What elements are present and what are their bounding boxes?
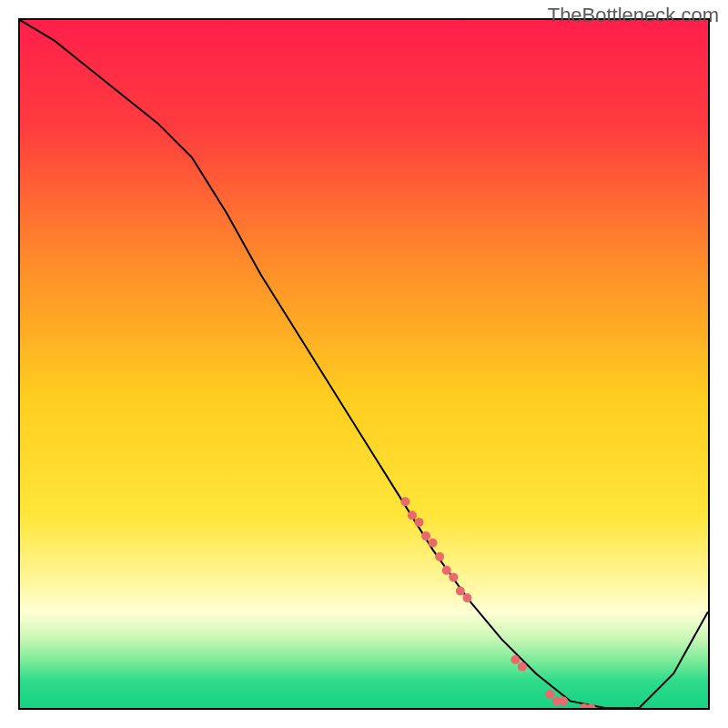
highlight-point	[559, 696, 568, 705]
highlight-point	[435, 552, 444, 561]
markers-layer	[20, 20, 708, 708]
plot-area	[18, 18, 710, 710]
watermark-text: TheBottleneck.com	[548, 4, 719, 27]
highlight-point	[415, 518, 424, 527]
highlight-point	[545, 690, 554, 699]
highlight-point	[429, 539, 438, 548]
highlight-point	[462, 593, 471, 602]
highlight-point	[587, 703, 596, 708]
highlight-point	[449, 572, 458, 581]
chart-container: TheBottleneck.com	[0, 0, 728, 728]
highlight-point	[511, 655, 520, 664]
highlight-point	[456, 587, 465, 596]
highlight-point	[518, 662, 527, 672]
highlight-point	[400, 497, 410, 506]
highlight-point	[442, 566, 451, 575]
highlight-point	[408, 511, 417, 520]
highlight-point	[421, 531, 430, 541]
